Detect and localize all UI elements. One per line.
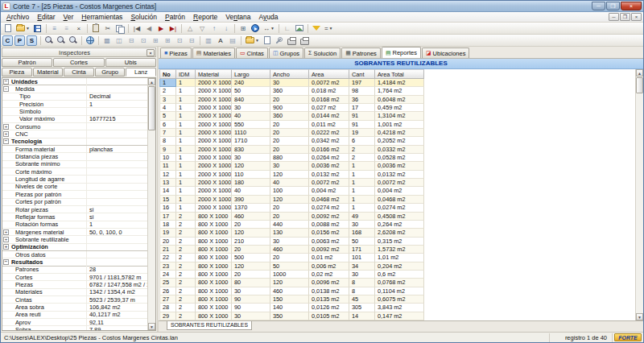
cell-area[interactable]: 0,0126 m2 — [309, 304, 349, 312]
table-row[interactable]: 242800 X 10002010000,02 m2300,6 m2 — [159, 271, 635, 279]
cell-idm[interactable]: 1 — [176, 112, 196, 120]
cell-ancho[interactable]: 120 — [270, 279, 309, 287]
cell-idm[interactable]: 1 — [176, 104, 196, 112]
print-setup-button[interactable] — [299, 35, 311, 46]
close-icon[interactable]: × — [621, 2, 642, 10]
table-row[interactable]: 1512000 X 10003901200,0468 m210,0468 m2 — [159, 196, 635, 204]
property-row-m-rgenes-material[interactable]: +Márgenes material50, 0, 100, 0 — [2, 229, 147, 236]
property-row-reflejar-formas[interactable]: Reflejar formassi — [2, 213, 147, 221]
cell-area[interactable]: 0,018 m2 — [309, 87, 349, 95]
cell-cant[interactable]: 36 — [349, 96, 375, 104]
cell-ancho[interactable]: 1000 — [270, 271, 309, 279]
property-row-s-mbolo[interactable]: Símbolo — [2, 108, 147, 115]
collapse-icon[interactable]: − — [3, 79, 9, 85]
cell-area-total[interactable]: 0,147 m2 — [375, 312, 424, 320]
cell-idm[interactable]: 1 — [176, 96, 196, 104]
cell-largo[interactable]: 80 — [232, 279, 270, 287]
cell-area[interactable]: 0,0092 m2 — [309, 246, 349, 254]
cell-material[interactable]: 2000 X 1000 — [196, 179, 232, 187]
cell-idm[interactable]: 2 — [176, 279, 196, 287]
property-row-rotar-piezas[interactable]: Rotar piezassi — [2, 206, 147, 213]
cell-largo[interactable]: 830 — [232, 146, 270, 154]
cell-idm[interactable]: 1 — [176, 79, 196, 87]
cell-idm[interactable]: 1 — [176, 137, 196, 145]
table-row[interactable]: 112000 X 1000240300,0072 m21971,4184 m2 — [159, 79, 635, 87]
table-row[interactable]: 192800 X 10001201300,0156 m21682,6208 m2 — [159, 229, 635, 237]
table-row[interactable]: 1012000 X 1000308800,0264 m220,0528 m2 — [159, 154, 635, 162]
cell-material[interactable]: 800 X 1000 — [196, 279, 232, 287]
menu-patrón[interactable]: Patrón — [161, 12, 189, 22]
cell-cant[interactable]: 1 — [349, 204, 375, 212]
cell-cant[interactable]: 101 — [349, 254, 375, 262]
property-row-sobra[interactable]: Sobra7,89 — [2, 326, 147, 330]
inspector-tab-pieza[interactable]: Pieza — [2, 68, 32, 76]
scroll-thumb[interactable] — [148, 86, 155, 130]
cell-idm[interactable]: 2 — [176, 287, 196, 295]
cell-material[interactable]: 800 X 1000 — [196, 254, 232, 262]
cell-area-total[interactable]: 0,6075 m2 — [375, 295, 424, 304]
cell-area[interactable]: 0,027 m2 — [309, 104, 349, 112]
cell-ancho[interactable]: 130 — [270, 229, 309, 237]
cell-no[interactable]: 18 — [159, 221, 176, 229]
cell-material[interactable]: 800 X 1000 — [196, 262, 232, 271]
table-row[interactable]: 222800 X 1000500200,01 m21011,01 m2 — [159, 254, 635, 262]
cell-no[interactable]: 1 — [159, 79, 176, 87]
cell-cant[interactable]: 30 — [349, 271, 375, 279]
cell-area[interactable]: 0,0072 m2 — [309, 179, 349, 187]
cell-cant[interactable]: 98 — [349, 87, 375, 95]
cell-ancho[interactable]: 360 — [270, 87, 309, 95]
cell-material[interactable]: 2000 X 1000 — [196, 187, 232, 195]
cell-material[interactable]: 2000 X 1000 — [196, 146, 232, 154]
cell-no[interactable]: 9 — [159, 146, 176, 154]
cell-area[interactable]: 0,0063 m2 — [309, 238, 349, 246]
recalculate-button[interactable]: ↔▼ — [262, 23, 276, 34]
layout-grid3-button[interactable]: ⊞ — [162, 35, 173, 46]
table-scrollbar[interactable]: ▲ ▼ — [635, 69, 643, 320]
tools-button[interactable] — [274, 35, 285, 46]
menu-archivo[interactable]: Archivo — [2, 12, 33, 22]
bottom-tab-sobrantes[interactable]: SOBRANTES REUTILIZABLES — [167, 321, 252, 330]
cell-material[interactable]: 800 X 1000 — [196, 287, 232, 295]
save-button[interactable] — [32, 23, 43, 34]
property-row-patrones[interactable]: Patrones28 — [2, 267, 147, 274]
cell-idm[interactable]: 2 — [176, 295, 196, 304]
cell-material[interactable]: 2000 X 1000 — [196, 129, 232, 137]
cell-cant[interactable]: 14 — [349, 312, 375, 320]
cell-cant[interactable]: 305 — [349, 304, 375, 312]
cell-area-total[interactable]: 0,0332 m2 — [375, 146, 424, 154]
cell-area-total[interactable]: 0,0132 m2 — [375, 171, 424, 179]
cell-ancho[interactable]: 120 — [270, 171, 309, 179]
mdi-close-button[interactable]: × — [631, 13, 642, 21]
property-row-longitud-de-agarre[interactable]: Longitud de agarre — [2, 176, 147, 183]
cell-area[interactable]: 0,0088 m2 — [309, 221, 349, 229]
cell-ancho[interactable]: 20 — [270, 121, 309, 129]
property-row-cintas[interactable]: Cintas5923 / 2539,37 m — [2, 296, 147, 304]
property-row-optimizaci-n[interactable]: +Optimización — [2, 244, 147, 251]
cell-area[interactable]: 0,0096 m2 — [309, 279, 349, 287]
cell-largo[interactable]: 840 — [232, 96, 270, 104]
cell-idm[interactable]: 1 — [176, 204, 196, 212]
layout-grid4-button[interactable]: ⊡ — [174, 35, 185, 46]
cell-no[interactable]: 8 — [159, 137, 176, 145]
expand-icon[interactable]: + — [3, 237, 9, 242]
collapse-icon[interactable]: − — [3, 86, 9, 92]
cell-cant[interactable]: 91 — [349, 121, 375, 129]
cell-ancho[interactable]: 50 — [270, 262, 309, 271]
table-row[interactable]: 1312000 X 1000180400,0072 m210,0072 m2 — [159, 179, 635, 187]
property-row-distancia-piezas[interactable]: Distancia piezas — [2, 153, 147, 160]
next-record-button[interactable]: ▶ — [155, 23, 167, 34]
cell-ancho[interactable]: 20 — [270, 204, 309, 212]
cell-largo[interactable]: 40 — [232, 112, 270, 120]
cell-area[interactable]: 0,0168 m2 — [309, 96, 349, 104]
table-row[interactable]: 262800 X 1000304600,0138 m280,1104 m2 — [159, 287, 635, 295]
cell-no[interactable]: 15 — [159, 196, 176, 204]
filter-button[interactable] — [311, 23, 322, 34]
cell-area[interactable]: 0,0092 m2 — [309, 213, 349, 221]
cell-cant[interactable]: 91 — [349, 112, 375, 120]
cell-area[interactable]: 0,0135 m2 — [309, 295, 349, 304]
cell-no[interactable]: 20 — [159, 238, 176, 246]
toggle-c-button[interactable]: C — [2, 35, 13, 46]
cell-cant[interactable]: 34 — [349, 262, 375, 271]
column-header-area[interactable]: Area — [309, 69, 349, 79]
cell-ancho[interactable]: 20 — [270, 146, 309, 154]
